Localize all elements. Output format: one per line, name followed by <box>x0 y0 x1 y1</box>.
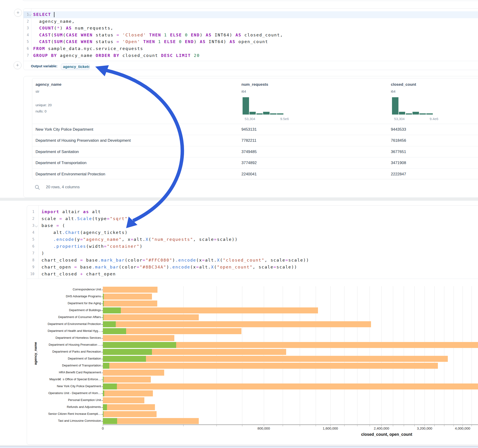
histogram-bar <box>419 113 426 115</box>
sql-code-line: SELECT <box>33 11 51 18</box>
histogram-max-label: 9.5e6 <box>275 117 294 121</box>
table-footer: 20 rows, 4 columns <box>24 179 478 198</box>
cell-value: 7782211 <box>241 135 256 146</box>
sql-line-number: 2 <box>24 18 29 25</box>
column-type: str <box>36 89 39 93</box>
sql-editor-bottom-divider <box>24 61 478 61</box>
active-line-highlight <box>31 11 478 18</box>
cell-value: 9443533 <box>391 124 406 135</box>
python-line-number: 7 <box>27 250 34 257</box>
output-variable-label: Output variable: <box>31 64 57 68</box>
python-line-number: 2 <box>27 215 34 222</box>
text-caret <box>54 12 54 17</box>
python-line-number: 9 <box>27 264 34 271</box>
sql-line-number: 7 <box>24 52 29 59</box>
sql-cell: 1234567 SELECT agency_name, COUNT(*) AS … <box>23 8 478 70</box>
histogram-bar <box>263 112 270 115</box>
histogram-bar <box>243 97 249 115</box>
cell-value: 2240041 <box>241 169 257 180</box>
python-code-line: .encode(y="agency_name", x=alt.X("num_re… <box>42 236 238 243</box>
sql-code-line: CAST(SUM(CASE WHEN status = 'Closed' THE… <box>33 31 283 38</box>
python-code-line: chart_closed + chart_open <box>42 271 116 277</box>
sql-line-number: 6 <box>24 45 29 52</box>
table-dimensions-label: 20 rows, 4 columns <box>46 185 80 189</box>
cell-value: 3677651 <box>391 146 406 157</box>
histogram-min-label: 53,304 <box>241 117 259 121</box>
python-line-number: 5 <box>27 236 34 243</box>
sql-gutter-divider <box>31 8 31 61</box>
sql-code-line: FROM sample_data.nyc.service_requests <box>33 45 143 52</box>
python-code-line: chart_open = base.mark_bar(color="#8BC34… <box>42 264 297 271</box>
add-cell-button-top[interactable]: + <box>14 9 22 17</box>
table-row: New York City Police Department945313194… <box>32 124 478 135</box>
histogram-bar <box>270 113 277 115</box>
previous-cell-edge <box>22 0 478 1</box>
notebook-page: + + 1234567 SELECT agency_name, COUNT(*)… <box>0 0 478 448</box>
histogram-bar <box>277 113 283 115</box>
cell-gap-band <box>0 198 478 201</box>
table-row: Department of Transportation377489234719… <box>32 157 478 168</box>
python-gutter-divider <box>38 205 39 279</box>
table-row: Department of Sanitation37494853677651 <box>32 146 478 157</box>
cell-value: 7618456 <box>391 135 406 146</box>
python-editor-bottom-divider <box>27 279 478 279</box>
sql-code-line: GROUP BY agency_name ORDER BY closed_cou… <box>33 52 200 59</box>
python-code-line: import altair as alt <box>42 208 101 215</box>
python-code-line: scale = alt.Scale(type="sqrt") <box>42 215 131 222</box>
python-line-number: 8 <box>27 257 34 264</box>
column-stat: nulls: 0 <box>36 109 47 113</box>
cell-agency-name: Department of Housing Preservation and D… <box>36 135 131 146</box>
table-row: Department of Housing Preservation and D… <box>32 135 478 146</box>
cell-agency-name: Department of Environmental Protection <box>36 169 105 180</box>
cell-value: 2222847 <box>391 169 406 180</box>
python-line-number: 10 <box>27 271 34 277</box>
python-code-line: base = ( <box>42 222 65 229</box>
sql-code-line: COUNT(*) AS num_requests, <box>33 25 113 31</box>
result-table: agency_namestrunique: 20nulls: 0num_requ… <box>32 78 478 179</box>
sql-line-number: 5 <box>24 38 29 45</box>
python-line-number: 3 <box>27 222 34 229</box>
cell-agency-name: Department of Transportation <box>36 157 87 168</box>
sql-line-number: 1 <box>24 11 29 18</box>
python-line-number: 1 <box>27 208 34 215</box>
output-variable-chip[interactable]: agency_tickets <box>61 64 89 70</box>
sql-code-line: CAST(SUM(CASE WHEN status = 'Open' THEN … <box>33 38 268 45</box>
histogram-bar <box>413 112 419 115</box>
sql-code-line: agency_name, <box>33 18 75 25</box>
fold-chevron-icon[interactable] <box>35 224 38 227</box>
histogram-max-label: 9.4e6 <box>425 117 443 121</box>
column-type: i64 <box>241 89 246 93</box>
next-cell-top <box>0 447 478 448</box>
histogram-bar <box>426 113 433 115</box>
sql-line-number: 3 <box>24 25 29 31</box>
sql-line-number: 4 <box>24 31 29 38</box>
cell-value: 3749485 <box>241 146 257 157</box>
python-code-line: chart_closed = base.mark_bar(color="#FFC… <box>42 257 309 264</box>
column-header-agency_name: agency_name <box>36 82 61 87</box>
python-code-line: .properties(width="container") <box>42 243 143 250</box>
chart-panel <box>27 284 474 440</box>
column-stat: unique: 20 <box>36 103 52 107</box>
cell-value: 9453131 <box>241 124 257 135</box>
python-code-line: alt.Chart(agency_tickets) <box>42 229 128 236</box>
output-variable-chip-label: agency_tickets <box>61 64 89 70</box>
cell-agency-name: Department of Sanitation <box>36 146 79 157</box>
python-code-line: ) <box>42 250 44 257</box>
column-type: i64 <box>391 89 396 93</box>
add-cell-button-middle[interactable]: + <box>14 61 21 69</box>
histogram-bar <box>256 113 263 115</box>
python-line-number: 4 <box>27 229 34 236</box>
sql-output-container: agency_namestrunique: 20nulls: 0num_requ… <box>23 76 478 198</box>
table-row: Department of Environmental Protection22… <box>32 168 478 180</box>
search-icon[interactable] <box>35 185 40 190</box>
histogram-bar <box>250 112 256 115</box>
cell-agency-name: New York City Police Department <box>36 124 93 135</box>
python-line-number: 6 <box>27 243 34 250</box>
histogram-min-label: 53,304 <box>390 117 409 121</box>
cell-value: 3471908 <box>391 157 406 168</box>
cell-value: 3774892 <box>241 157 257 168</box>
histogram-bar <box>399 112 405 115</box>
column-header-num_requests: num_requests <box>241 82 268 87</box>
column-header-closed_count: closed_count <box>391 82 416 87</box>
histogram-bar <box>406 113 412 115</box>
